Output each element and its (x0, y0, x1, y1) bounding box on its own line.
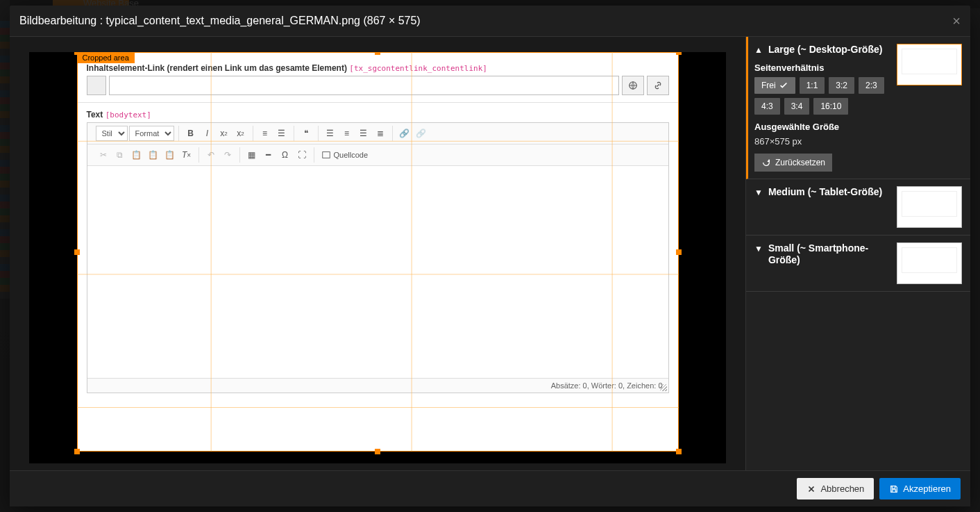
refresh-icon (761, 158, 771, 167)
table-icon: ▦ (244, 147, 260, 163)
remove-format-icon: T× (179, 147, 194, 163)
selected-size-label: Ausgewählte Größe (754, 122, 962, 132)
rte-style-select: Stil (96, 126, 128, 141)
ratio-1-1-button[interactable]: 1:1 (800, 77, 825, 94)
embedded-content-screenshot: Inhaltselement-Link (rendert einen Link … (77, 52, 679, 452)
crop-handle-tr[interactable] (676, 52, 682, 55)
crop-handle-br[interactable] (676, 449, 682, 454)
bold-icon: B (183, 126, 198, 141)
link-field-tech: [tx_sgcontentlink_contentlink] (349, 64, 487, 73)
close-icon (806, 484, 816, 494)
variant-large-label: Large (~ Desktop-Größe) (768, 44, 893, 56)
close-button[interactable]: × (952, 14, 961, 28)
link-icon (653, 81, 663, 90)
link-translate-button (622, 76, 644, 95)
variant-medium-label: Medium (~ Tablet-Größe) (768, 186, 893, 198)
crop-handle-mb[interactable] (375, 449, 380, 454)
resize-handle-icon (660, 384, 667, 391)
link-input (109, 76, 619, 95)
redo-icon: ↷ (220, 147, 235, 163)
align-left-icon: ☰ (323, 126, 338, 141)
align-center-icon: ≡ (339, 126, 355, 141)
link-field-label: Inhaltselement-Link (rendert einen Link … (87, 63, 347, 73)
rte-body (87, 166, 668, 378)
cancel-button[interactable]: Abbrechen (797, 478, 874, 499)
svg-rect-1 (322, 152, 330, 158)
variant-large-thumb (897, 44, 962, 85)
crop-handle-bl[interactable] (74, 449, 80, 454)
ratio-4-3-button[interactable]: 4:3 (754, 98, 780, 115)
unlink-icon: 🔗 (414, 126, 429, 141)
text-field-label: Text (87, 110, 103, 119)
modal-title: Bildbearbeitung : typical_content_text_m… (19, 15, 421, 27)
rte-editor: Stil Format B I x2 x2 ≡ (87, 122, 669, 393)
crop-handle-mt[interactable] (375, 52, 380, 55)
rte-format-select: Format (129, 126, 174, 141)
paste-text-icon: 📋 (146, 147, 161, 163)
variant-small[interactable]: ▼ Small (~ Smartphone-Größe) (746, 236, 970, 292)
ordered-list-icon: ≡ (257, 126, 273, 141)
reset-button[interactable]: Zurücksetzen (754, 154, 832, 172)
maximize-icon: ⛶ (294, 147, 310, 163)
cropped-area-badge: Cropped area (77, 52, 135, 63)
superscript-icon: x2 (233, 126, 248, 141)
link-prefix-box (87, 76, 106, 95)
align-justify-icon: ≣ (373, 126, 388, 141)
ratio-2-3-button[interactable]: 2:3 (859, 77, 884, 94)
globe-icon (628, 81, 638, 90)
cut-icon: ✂ (96, 147, 111, 163)
variant-small-thumb (897, 242, 962, 284)
modal-header: Bildbearbeitung : typical_content_text_m… (10, 6, 970, 37)
paste-icon: 📋 (129, 147, 144, 163)
link-wizard-button (647, 76, 669, 95)
paste-word-icon: 📋 (162, 147, 178, 163)
blockquote-icon: ❝ (298, 126, 314, 141)
unordered-list-icon: ☰ (274, 126, 289, 141)
crop-handle-ml[interactable] (74, 249, 80, 255)
subscript-icon: x2 (217, 126, 232, 141)
check-icon (779, 81, 788, 90)
ratio-3-2-button[interactable]: 3:2 (829, 77, 854, 94)
variant-large[interactable]: ▲ Large (~ Desktop-Größe) Seitenverhältn… (746, 37, 970, 179)
rte-counts: Absätze: 0, Wörter: 0, Zeichen: 0 (551, 381, 663, 390)
variant-medium[interactable]: ▼ Medium (~ Tablet-Größe) (746, 179, 970, 236)
hr-icon: ━ (261, 147, 276, 163)
source-icon (321, 150, 331, 160)
crop-handle-mr[interactable] (676, 249, 682, 255)
undo-icon: ↶ (203, 147, 219, 163)
crop-sidebar: ▲ Large (~ Desktop-Größe) Seitenverhältn… (745, 37, 970, 470)
image-crop-modal: Bildbearbeitung : typical_content_text_m… (10, 6, 970, 506)
specialchar-icon: Ω (278, 147, 293, 163)
text-field-tech: [bodytext] (105, 110, 151, 119)
chevron-down-icon: ▼ (754, 244, 763, 254)
crop-handle-tl[interactable] (74, 52, 80, 55)
ratio-16-10-button[interactable]: 16:10 (813, 98, 848, 115)
selected-size-value: 867×575 px (754, 136, 962, 147)
variant-medium-thumb (897, 186, 962, 228)
align-right-icon: ☰ (356, 126, 371, 141)
chevron-up-icon: ▲ (754, 45, 763, 55)
variant-small-label: Small (~ Smartphone-Größe) (768, 242, 893, 266)
accept-button[interactable]: Akzeptieren (879, 478, 961, 499)
copy-icon: ⧉ (112, 147, 128, 163)
save-icon (889, 484, 899, 494)
ratio-free-button[interactable]: Frei (754, 77, 795, 94)
link-insert-icon: 🔗 (397, 126, 412, 141)
source-button: Quellcode (319, 150, 371, 160)
chevron-down-icon: ▼ (754, 188, 763, 197)
image-stage[interactable]: Inhaltselement-Link (rendert einen Link … (77, 52, 679, 452)
ratio-3-4-button[interactable]: 3:4 (784, 98, 810, 115)
italic-icon: I (200, 126, 215, 141)
crop-canvas[interactable]: Inhaltselement-Link (rendert einen Link … (10, 37, 745, 470)
